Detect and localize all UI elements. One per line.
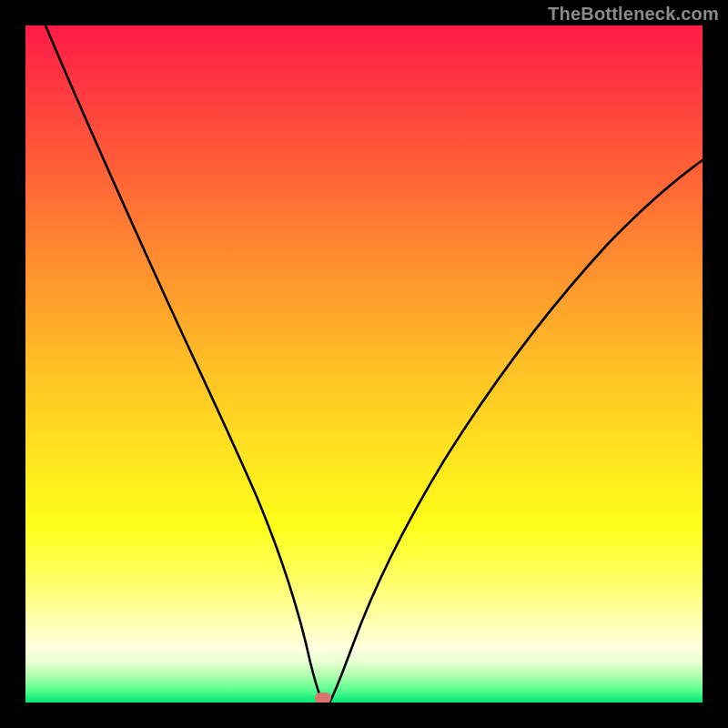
watermark-text: TheBottleneck.com: [548, 4, 719, 25]
curve-svg: [25, 25, 703, 703]
bottleneck-curve: [46, 25, 703, 703]
chart-frame: TheBottleneck.com: [0, 0, 728, 728]
plot-area: [25, 25, 703, 703]
minimum-marker: [315, 693, 331, 703]
